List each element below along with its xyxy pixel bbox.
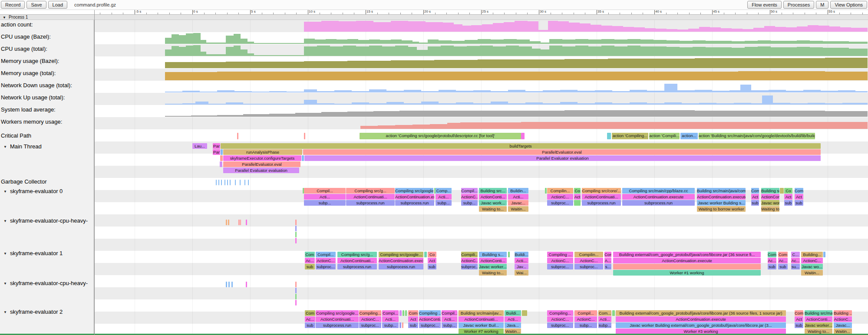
track-slice[interactable]: Acti... [598, 316, 611, 322]
track-slice[interactable]: ActionC... [461, 194, 478, 200]
track-slice[interactable] [238, 220, 240, 225]
track-slice[interactable]: Com [305, 252, 315, 257]
track-slice[interactable]: ActionContinuati... [316, 316, 359, 322]
track-slice[interactable]: Compiling src/g... [346, 188, 395, 194]
track-slice[interactable]: subproc... [574, 264, 603, 269]
track-slice[interactable]: Waiting to... [761, 206, 779, 212]
track-slice[interactable]: Building src... [761, 188, 779, 194]
counter-chart-workers-memory-usage[interactable] [0, 117, 868, 129]
track-slice[interactable] [607, 133, 611, 139]
track-slice[interactable]: Javac wor... [761, 200, 779, 206]
track-slice[interactable] [302, 155, 304, 161]
track-slice[interactable]: Ac... [778, 258, 788, 263]
track-slice[interactable]: subproc... [419, 322, 441, 328]
track-slice[interactable]: Javac worker... [805, 322, 832, 328]
track-slice[interactable]: subproc... [461, 264, 478, 269]
track-slice[interactable] [218, 180, 219, 185]
track-slice[interactable]: Buildin... [508, 188, 528, 194]
track-slice[interactable]: action 'Compiling... [612, 133, 648, 139]
track-slice[interactable]: Javac... [508, 200, 528, 206]
track-slice[interactable] [221, 180, 222, 185]
track-slice[interactable]: su... [791, 264, 800, 269]
track-slice[interactable]: sub [305, 322, 315, 328]
process-expander-icon[interactable]: ▼ [3, 16, 6, 20]
track-slice[interactable]: subprocess.run [337, 264, 377, 269]
track-slice[interactable]: Compil... [442, 310, 457, 316]
track-slice[interactable]: subprocess.run [316, 322, 359, 328]
track-slice[interactable]: C... [791, 252, 800, 257]
track-slice[interactable]: ActionContinuation.execute [379, 258, 423, 263]
track-slice[interactable]: Compilin... [547, 188, 573, 194]
track-slice[interactable] [574, 200, 581, 206]
track-slice[interactable]: Javac worker... [479, 264, 507, 269]
track-expander-icon[interactable]: ▼ [3, 310, 7, 314]
track-slice[interactable]: Par [213, 149, 220, 155]
track-slice[interactable]: sub [305, 264, 315, 269]
track-slice[interactable]: Building src... [479, 188, 507, 194]
track-slice[interactable]: ActionContinuation.execute [395, 194, 434, 200]
track-slice[interactable]: Acti... [382, 316, 399, 322]
track-slice[interactable]: Waitin... [508, 206, 528, 212]
track-slice[interactable]: Parallel Evaluator evaluation [223, 168, 299, 173]
track-slice[interactable]: Comp... [436, 188, 452, 194]
track-slice[interactable]: subproc... [316, 264, 336, 269]
track-slice[interactable] [403, 310, 404, 316]
track-slice[interactable]: Compiling... [547, 310, 573, 316]
track-slice[interactable] [240, 180, 241, 185]
track-slice[interactable]: Com [795, 188, 803, 194]
track-slice[interactable] [295, 294, 297, 299]
track-slice[interactable]: Act [751, 194, 759, 200]
counter-chart-cpu-usage-bazel[interactable] [0, 32, 868, 44]
track-slice[interactable]: Act [428, 258, 436, 263]
track-slice[interactable]: Buildi... [515, 252, 528, 257]
track-slice[interactable]: Acti... [515, 258, 528, 263]
track-slice[interactable]: Ac... [305, 316, 315, 322]
track-slice[interactable]: Co [428, 252, 436, 257]
counter-chart-network-down-usage[interactable] [0, 81, 868, 93]
track-slice[interactable] [613, 264, 761, 269]
track-slice[interactable] [295, 220, 297, 225]
track-slice[interactable]: subproc... [547, 264, 573, 269]
view-options-button[interactable]: View Options [830, 1, 867, 9]
track-slice[interactable] [246, 282, 247, 287]
track-slice[interactable]: skyframeExecutor.configureTargets [223, 155, 301, 161]
track-slice[interactable]: subp... [574, 322, 597, 328]
track-slice[interactable]: Compiling src/core/... [582, 188, 621, 194]
track-slice[interactable]: sub [768, 264, 776, 269]
track-slice[interactable]: sub [784, 200, 792, 206]
track-slice[interactable]: Act [784, 194, 792, 200]
processes-button[interactable]: Processes [783, 1, 814, 9]
track-slice[interactable]: Compil... [304, 188, 346, 194]
track-expander-icon[interactable]: ▼ [3, 190, 7, 194]
time-ruler[interactable]: -5 s0 s5 s10 s15 s20 s25 s30 s35 s40 s45… [0, 10, 868, 14]
track-slice[interactable]: Java... [505, 322, 521, 328]
track-expander-icon[interactable]: ▼ [3, 145, 7, 149]
track-slice[interactable]: Compiling src/g... [337, 252, 377, 257]
track-slice[interactable]: Ac... [768, 258, 776, 263]
track-slice[interactable]: ActionContinuation.execute [613, 258, 761, 263]
track-slice[interactable] [224, 180, 225, 185]
track-slice[interactable]: Co [784, 188, 792, 194]
track-slice[interactable]: Ac... [791, 258, 800, 263]
track-slice[interactable]: sub [778, 264, 788, 269]
track-slice[interactable] [612, 310, 615, 316]
track-slice[interactable]: sub [751, 200, 759, 206]
track-slice[interactable]: ActionC... [316, 258, 336, 263]
track-slice[interactable]: subp... [598, 322, 611, 328]
track-label-main-thread[interactable]: ▼Main Thread [1, 143, 42, 150]
track-slice[interactable]: ParallelEvaluator.eval [223, 161, 300, 167]
track-slice[interactable]: Com [795, 310, 803, 316]
track-slice[interactable]: ActionContinuati... [337, 258, 377, 263]
track-slice[interactable]: ActionC... [359, 316, 381, 322]
track-slice[interactable]: sub [795, 200, 803, 206]
track-slice[interactable]: Act [574, 194, 581, 200]
track-slice[interactable]: Javac work... [479, 200, 507, 206]
track-slice[interactable]: Acti... [304, 194, 346, 200]
track-slice[interactable]: Javac worker Buil... [459, 322, 504, 328]
track-slice[interactable] [228, 282, 230, 287]
track-slice[interactable]: Acti... [505, 316, 521, 322]
track-slice[interactable]: subp... [436, 200, 452, 206]
track-slice[interactable]: Worker #1 working [613, 270, 761, 276]
track-slice[interactable]: ParallelEvaluator.eval [303, 149, 821, 155]
track-slice[interactable]: Wai... [515, 270, 528, 276]
